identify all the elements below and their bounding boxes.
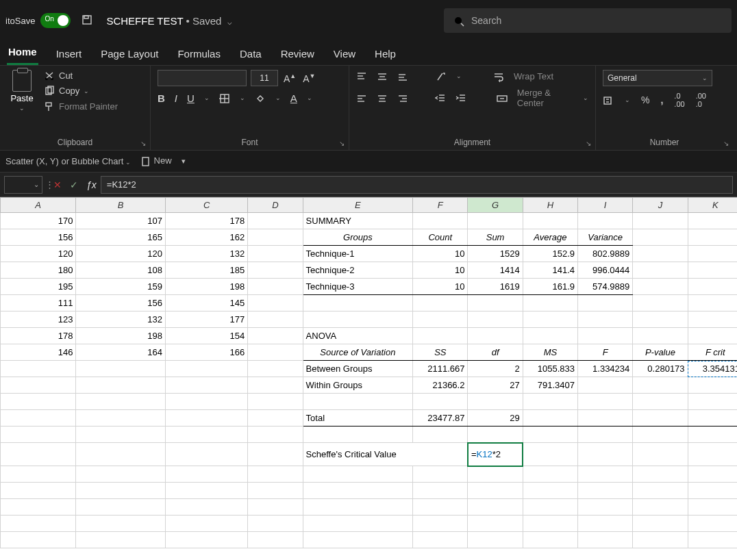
cell[interactable]: 791.3407: [523, 377, 577, 394]
cell[interactable]: [413, 466, 468, 483]
chevron-down-icon[interactable]: ⌄: [625, 97, 630, 103]
cell[interactable]: [468, 328, 523, 344]
save-icon[interactable]: [82, 14, 95, 27]
fill-color-button[interactable]: [255, 92, 266, 104]
cell[interactable]: [633, 466, 688, 483]
cell[interactable]: [248, 427, 303, 443]
cell[interactable]: 152.9: [523, 246, 577, 262]
table-row[interactable]: 170 107 178 SUMMARY: [1, 213, 738, 229]
col-header-b[interactable]: B: [76, 198, 165, 213]
cell[interactable]: [248, 295, 303, 311]
cell[interactable]: [578, 377, 633, 394]
table-row[interactable]: 123 132 177: [1, 311, 738, 328]
chevron-down-icon[interactable]: ⌄: [456, 73, 462, 79]
table-row[interactable]: Total 23477.87 29: [1, 410, 738, 427]
cell[interactable]: 1619: [468, 279, 523, 295]
cell[interactable]: [248, 213, 303, 229]
cell[interactable]: [303, 394, 413, 410]
summary-col-avg[interactable]: Average: [523, 229, 577, 246]
cell[interactable]: 996.0444: [578, 262, 633, 279]
cell[interactable]: [633, 262, 688, 279]
active-cell-editing[interactable]: =K12*2: [468, 443, 523, 466]
cell[interactable]: 159: [76, 279, 165, 295]
cell[interactable]: 154: [165, 328, 247, 344]
cell[interactable]: 123: [1, 311, 76, 328]
cell[interactable]: [578, 394, 633, 410]
cell[interactable]: [248, 532, 303, 548]
cell[interactable]: [303, 483, 413, 499]
chevron-down-icon[interactable]: ⌄: [204, 94, 210, 101]
anova-col-ss[interactable]: SS: [413, 344, 468, 361]
formula-input[interactable]: =K12*2: [101, 176, 733, 194]
cell[interactable]: [688, 229, 737, 246]
cell[interactable]: [1, 427, 76, 443]
wrap-text-icon[interactable]: [493, 70, 504, 82]
cell[interactable]: [578, 311, 633, 328]
cell[interactable]: [413, 499, 468, 516]
table-row[interactable]: [1, 394, 738, 410]
col-header-h[interactable]: H: [523, 198, 577, 213]
name-box[interactable]: ⌄: [4, 176, 42, 194]
cell[interactable]: [1, 394, 76, 410]
cell[interactable]: [468, 213, 523, 229]
tab-review[interactable]: Review: [279, 44, 316, 65]
accounting-format-button[interactable]: [603, 94, 614, 105]
table-row[interactable]: 195 159 198 Technique-3 10 1619 161.9 57…: [1, 279, 738, 295]
tab-data[interactable]: Data: [238, 44, 263, 65]
cell[interactable]: [633, 295, 688, 311]
cell[interactable]: [303, 311, 413, 328]
summary-col-sum[interactable]: Sum: [468, 229, 523, 246]
percent-button[interactable]: %: [641, 94, 649, 105]
cell[interactable]: [76, 361, 165, 377]
cell[interactable]: [578, 295, 633, 311]
cell[interactable]: [413, 328, 468, 344]
cell[interactable]: [248, 262, 303, 279]
cell[interactable]: 21366.2: [413, 377, 468, 394]
cell[interactable]: 1529: [468, 246, 523, 262]
cell[interactable]: [523, 532, 577, 548]
cell[interactable]: Between Groups: [303, 361, 413, 377]
cell[interactable]: [468, 499, 523, 516]
cell[interactable]: 10: [413, 246, 468, 262]
cell[interactable]: [633, 328, 688, 344]
cell[interactable]: [523, 443, 577, 466]
dialog-launcher-icon[interactable]: ↘: [140, 140, 146, 147]
cell[interactable]: [468, 516, 523, 532]
chevron-down-icon[interactable]: ⌄: [84, 88, 89, 94]
increase-decimal-button[interactable]: .0.00: [674, 92, 684, 108]
cell[interactable]: [1, 532, 76, 548]
cell[interactable]: [76, 377, 165, 394]
cell[interactable]: 10: [413, 262, 468, 279]
cell[interactable]: [578, 499, 633, 516]
dialog-launcher-icon[interactable]: ↘: [339, 140, 345, 147]
format-painter-button[interactable]: Format Painter: [44, 101, 118, 112]
cell[interactable]: [165, 410, 247, 427]
cell[interactable]: [248, 328, 303, 344]
cell[interactable]: 162: [165, 229, 247, 246]
cell[interactable]: [688, 262, 737, 279]
cell[interactable]: [688, 410, 737, 427]
cell[interactable]: [76, 499, 165, 516]
table-row[interactable]: [1, 516, 738, 532]
cell[interactable]: [165, 499, 247, 516]
cell[interactable]: 1055.833: [523, 361, 577, 377]
cell[interactable]: [633, 229, 688, 246]
align-left-icon[interactable]: [356, 92, 367, 104]
cell[interactable]: [688, 279, 737, 295]
summary-col-count[interactable]: Count: [413, 229, 468, 246]
table-row[interactable]: Within Groups 21366.2 27 791.3407: [1, 377, 738, 394]
chevron-down-icon[interactable]: ⌄: [240, 94, 245, 101]
anova-col-source[interactable]: Source of Variation: [303, 344, 413, 361]
dialog-launcher-icon[interactable]: ↘: [586, 140, 591, 147]
scheffe-label[interactable]: Scheffe's Critical Value: [303, 443, 468, 466]
cell[interactable]: [688, 483, 737, 499]
cell[interactable]: [248, 516, 303, 532]
cell[interactable]: [303, 427, 413, 443]
cell[interactable]: [578, 328, 633, 344]
cell[interactable]: [165, 483, 247, 499]
increase-indent-icon[interactable]: [455, 92, 466, 104]
cell[interactable]: [76, 532, 165, 548]
cell-fcrit[interactable]: 3.354131: [688, 361, 737, 377]
col-header-a[interactable]: A: [1, 198, 76, 213]
cell[interactable]: [303, 532, 413, 548]
